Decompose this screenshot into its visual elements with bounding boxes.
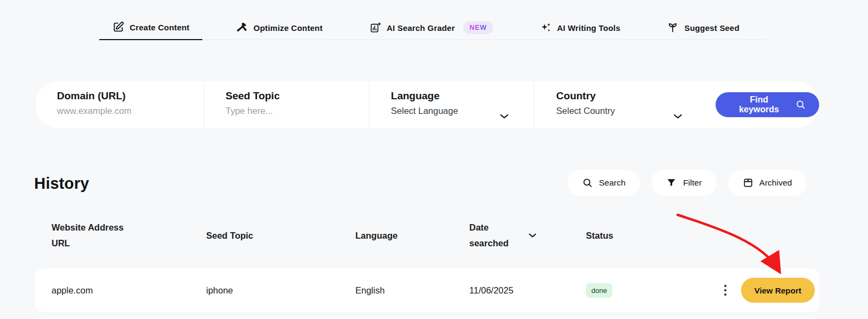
filter-icon <box>666 177 677 188</box>
column-header-date-searched[interactable]: Date searched <box>453 220 570 251</box>
cell-language: English <box>339 285 453 296</box>
edit-icon <box>112 21 124 33</box>
seed-topic-field[interactable]: Seed Topic <box>203 81 369 128</box>
status-badge: done <box>586 283 612 298</box>
country-label: Country <box>556 90 707 102</box>
domain-field[interactable]: Domain (URL) <box>35 81 203 128</box>
keyword-search-form: Domain (URL) Seed Topic Language Select … <box>35 81 819 128</box>
archived-button[interactable]: Archived <box>728 170 807 196</box>
archive-icon <box>743 177 754 188</box>
filter-label: Filter <box>683 178 701 188</box>
tab-ai-search-grader[interactable]: AI Search Grader NEW <box>356 15 506 40</box>
cell-seed-topic: iphone <box>190 285 339 296</box>
tab-label: Suggest Seed <box>684 23 739 33</box>
column-header-seed-topic: Seed Topic <box>190 228 339 244</box>
column-header-status: Status <box>570 228 694 244</box>
search-icon <box>582 177 593 188</box>
search-icon <box>795 99 806 110</box>
search-label: Search <box>599 178 626 188</box>
tab-suggest-seed[interactable]: Suggest Seed <box>654 15 752 40</box>
cell-status: done <box>570 283 694 298</box>
chevron-down-icon <box>673 113 682 119</box>
history-toolbar: Search Filter Archived <box>567 170 807 196</box>
language-value: Select Language <box>391 106 534 116</box>
grader-chart-icon <box>369 22 381 34</box>
cell-actions: View Report <box>694 278 819 303</box>
domain-input[interactable] <box>57 106 181 116</box>
sort-chevron-down-icon[interactable] <box>528 233 537 238</box>
language-label: Language <box>391 90 534 102</box>
page-title: History <box>34 175 89 193</box>
column-header-website-url: Website Address URL <box>35 220 190 251</box>
language-select[interactable]: Language Select Language <box>369 81 534 128</box>
filter-button[interactable]: Filter <box>652 170 716 196</box>
seed-topic-label: Seed Topic <box>226 90 369 102</box>
country-select[interactable]: Country Select Country <box>534 81 707 128</box>
country-value: Select Country <box>556 106 707 116</box>
view-report-button[interactable]: View Report <box>741 278 815 303</box>
find-keywords-label: Find keywords <box>729 95 789 114</box>
tab-ai-writing-tools[interactable]: AI Writing Tools <box>527 15 634 40</box>
chevron-down-icon <box>500 113 509 119</box>
kebab-menu-icon[interactable] <box>720 282 730 298</box>
new-badge: NEW <box>463 21 493 34</box>
domain-label: Domain (URL) <box>57 90 203 102</box>
top-tab-bar: Create Content Optimize Content AI Searc… <box>99 15 768 40</box>
hammer-icon <box>236 22 248 34</box>
sparkles-icon <box>540 22 552 34</box>
tab-label: Optimize Content <box>253 23 322 33</box>
cell-website-url: apple.com <box>35 285 190 296</box>
column-header-language: Language <box>339 228 453 244</box>
tab-label: AI Search Grader <box>387 23 455 33</box>
archived-label: Archived <box>760 178 792 188</box>
find-keywords-button[interactable]: Find keywords <box>716 92 819 117</box>
seed-topic-input[interactable] <box>226 106 347 116</box>
seedling-icon <box>667 22 679 34</box>
table-row[interactable]: apple.com iphone English 11/06/2025 done… <box>35 269 819 312</box>
tab-optimize-content[interactable]: Optimize Content <box>223 15 335 40</box>
search-button[interactable]: Search <box>567 170 640 196</box>
tab-label: Create Content <box>130 23 189 32</box>
tab-label: AI Writing Tools <box>557 23 621 33</box>
tab-create-content[interactable]: Create Content <box>99 15 202 40</box>
cell-date-searched: 11/06/2025 <box>453 285 570 296</box>
history-table-header: Website Address URL Seed Topic Language … <box>35 216 819 254</box>
